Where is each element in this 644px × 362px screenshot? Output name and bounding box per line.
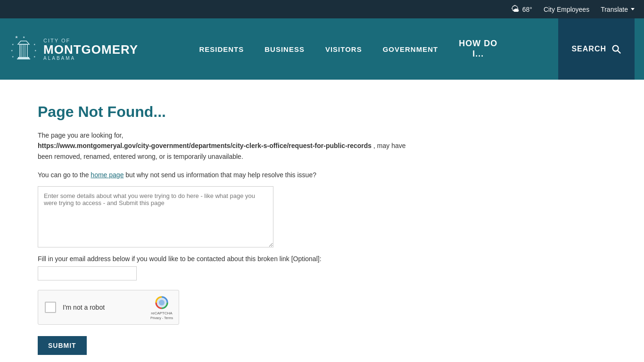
svg-rect-14	[17, 58, 30, 59]
temperature-display: 68°	[522, 6, 532, 13]
svg-text:★: ★	[23, 36, 25, 39]
city-employees-link[interactable]: City Employees	[544, 6, 589, 13]
desc-prefix: The page you are looking for,	[38, 132, 123, 139]
recaptcha-logo-icon	[154, 295, 169, 310]
recaptcha-label: I'm not a robot	[63, 304, 105, 311]
recaptcha-checkbox[interactable]	[45, 302, 56, 313]
page-title: Page Not Found...	[38, 103, 415, 121]
site-logo[interactable]: ★ ★ ★ ★ ★ ★ ★ CITY OF	[9, 35, 138, 63]
svg-rect-13	[18, 57, 29, 58]
recaptcha-brand: reCAPTCHA	[151, 311, 172, 315]
svg-marker-12	[18, 41, 29, 44]
search-button[interactable]: SEARCH	[558, 18, 635, 80]
search-icon	[611, 44, 621, 54]
email-input[interactable]	[38, 266, 137, 280]
svg-point-18	[159, 300, 165, 305]
top-bar: 🌤 68° City Employees Translate	[0, 0, 644, 18]
translate-label: Translate	[601, 6, 628, 13]
nav-residents[interactable]: RESIDENTS	[189, 18, 254, 80]
recaptcha-logo-area: reCAPTCHA Privacy - Terms	[150, 295, 173, 320]
suggestion-text: You can go to the home page but why not …	[38, 171, 415, 179]
nav-how-do-i[interactable]: HOW DOI...	[448, 18, 508, 80]
weather-widget: 🌤 68°	[511, 4, 532, 14]
home-page-link[interactable]: home page	[91, 171, 124, 179]
svg-text:★: ★	[12, 55, 14, 58]
site-header: ★ ★ ★ ★ ★ ★ ★ CITY OF	[0, 18, 644, 80]
translate-dropdown[interactable]: Translate	[601, 6, 635, 13]
svg-line-16	[618, 50, 620, 53]
nav-visitors[interactable]: VISITORS	[315, 18, 372, 80]
submit-button[interactable]: SUBMIT	[38, 336, 87, 355]
nav-business[interactable]: BUSINESS	[254, 18, 315, 80]
suggestion-suffix-text: but why not send us information that may…	[125, 171, 316, 179]
details-textarea[interactable]	[38, 186, 273, 247]
recaptcha-links: Privacy - Terms	[150, 316, 173, 320]
broken-url: https://www.montgomeryal.gov/city-govern…	[38, 142, 372, 149]
svg-text:★: ★	[33, 43, 36, 46]
main-content: Page Not Found... The page you are looki…	[0, 80, 453, 362]
svg-text:★: ★	[12, 43, 14, 46]
main-nav: RESIDENTS BUSINESS VISITORS GOVERNMENT H…	[138, 18, 558, 80]
email-label: Fill in your email address below if you …	[38, 255, 415, 263]
logo-montgomery: MONTGOMERY	[43, 43, 138, 56]
error-description: The page you are looking for, https://ww…	[38, 130, 415, 162]
suggestion-prefix: You can go to the	[38, 171, 89, 179]
search-label: SEARCH	[571, 45, 606, 53]
svg-point-15	[613, 46, 619, 51]
city-seal-icon: ★ ★ ★ ★ ★ ★ ★	[9, 35, 38, 63]
logo-alabama: ALABAMA	[43, 56, 138, 61]
logo-text-block: CITY OF MONTGOMERY ALABAMA	[43, 38, 138, 61]
weather-icon: 🌤	[511, 4, 520, 14]
chevron-down-icon	[631, 8, 635, 10]
nav-government[interactable]: GOVERNMENT	[372, 18, 449, 80]
svg-text:★: ★	[33, 55, 36, 58]
recaptcha-widget[interactable]: I'm not a robot reCAPTCHA Privacy - Term…	[38, 290, 179, 325]
svg-marker-0	[15, 36, 18, 39]
svg-text:★: ★	[34, 49, 37, 52]
svg-text:★: ★	[11, 49, 13, 52]
